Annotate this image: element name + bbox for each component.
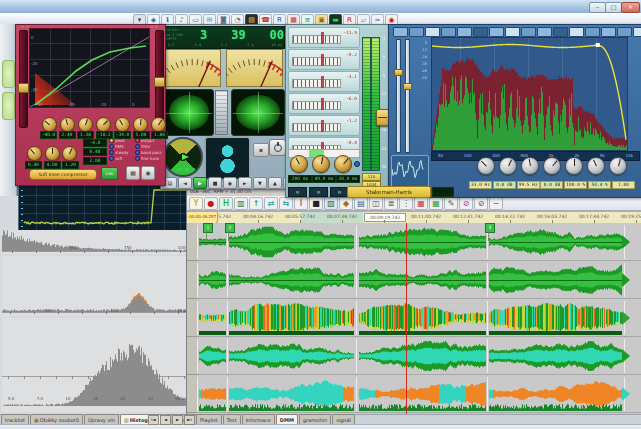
input-fader-handle[interactable] [18,83,29,93]
tab-gramofon[interactable]: gramofon [299,414,331,424]
grid-icon[interactable]: ■ [309,197,323,210]
eq-toolbar-button[interactable] [393,27,408,37]
eq-toolbar-button[interactable] [553,27,568,37]
transport-button[interactable]: ► [238,177,252,189]
option-steady[interactable]: steady [109,149,128,155]
preset-banner[interactable]: Soft knee compressor [29,169,97,180]
eq-fader-handle-1[interactable] [394,69,403,76]
tab-tracklist[interactable]: tracklist [1,414,29,424]
eq-toolbar-button[interactable] [633,27,641,37]
pencil-icon[interactable]: ✎ [444,197,458,210]
nav-button[interactable]: ◄ [160,415,171,425]
tab-signál[interactable]: signál [332,414,355,424]
mode-button-1[interactable]: 110 [362,173,381,181]
nav-button[interactable]: I◄ [148,415,159,425]
transport-button[interactable]: ▶ [193,177,207,189]
ruler-label[interactable]: 00:05:57.742 [280,214,320,219]
mini-button[interactable]: ≡ [309,187,328,197]
ruler-label[interactable]: 00:12:41.742 [448,214,488,219]
chart-icon[interactable]: ▥ [234,197,248,210]
eq-toolbar-button[interactable] [425,27,440,37]
option-band-pass[interactable]: band pass [135,149,162,155]
dots-icon[interactable]: ⋮ [399,197,413,210]
tab-dmm[interactable]: DMM [276,414,298,424]
knob[interactable] [499,157,517,175]
playhead-cursor[interactable] [406,223,407,415]
transport-button[interactable]: ■ [208,177,222,189]
swap-icon[interactable]: ⇄ [264,197,278,210]
eq-fader-handle-2[interactable] [403,83,412,90]
ruler-label[interactable]: 00:04:16.742 [238,214,278,219]
matrix-green-icon[interactable]: ▦ [429,197,443,210]
knob[interactable] [543,157,561,175]
ruler-label[interactable]: 00:11:00.742 [406,214,446,219]
mute-icon[interactable]: ⊘ [459,197,473,210]
knob[interactable] [42,117,57,132]
export-icon[interactable]: ↑ [249,197,263,210]
minimize-button[interactable]: – [589,2,606,13]
y-tool-icon[interactable]: Y [189,197,203,210]
track-1-waveform-canvas[interactable] [197,225,641,259]
tab-playlist[interactable]: Playlist [196,414,222,424]
rack-module[interactable]: -0.2 [288,49,360,70]
rack-module[interactable]: -1.2 [288,115,360,136]
nav-button[interactable]: ► [172,415,183,425]
eq-toolbar-button[interactable] [537,27,552,37]
knob[interactable] [45,146,60,161]
track-3-spectral-canvas[interactable] [197,301,641,335]
tab-obálky-souborů[interactable]: ▣Obálky souborů [30,414,83,424]
track-area[interactable]: 123 [197,223,641,415]
eq-toolbar-button[interactable] [617,27,632,37]
rack-module[interactable]: -6.0 [288,93,360,114]
marker-flag[interactable]: 3 [485,223,495,233]
solo-icon[interactable]: ⊘ [474,197,488,210]
spectrum-analyzer-canvas[interactable] [431,37,628,151]
knob[interactable] [312,155,330,173]
mini-button[interactable]: ≡ [288,187,307,197]
link-button[interactable]: Link [101,167,118,180]
minus-icon[interactable]: − [489,197,503,210]
marker-flag[interactable]: 1 [203,223,213,233]
preset-title-label[interactable]: Stakeman-Harris [347,186,431,198]
ruler-label[interactable]: 00:09:19.742 [364,213,406,222]
ruler-label[interactable]: 00:14:22.742 [490,214,530,219]
palette-item[interactable] [2,60,15,88]
tab-úpravy-vln[interactable]: Úpravy vln [84,414,119,424]
input-fader-track[interactable] [19,30,28,128]
knob[interactable] [521,157,539,175]
marker-flag[interactable]: 2 [225,223,235,233]
maximize-button[interactable]: □ [605,2,622,13]
eq-toolbar-button[interactable] [585,27,600,37]
eq-toolbar-button[interactable] [457,27,472,37]
knob[interactable] [151,117,166,132]
record-icon[interactable]: ● [204,197,218,210]
nav-button[interactable]: ►I [184,415,195,425]
tab-informace[interactable]: Informace [242,414,275,424]
track-2-waveform-canvas[interactable] [197,263,641,297]
cursor-icon[interactable]: I [294,197,308,210]
eq-toolbar-button[interactable] [489,27,504,37]
knob[interactable] [27,146,42,161]
eq-toolbar-button[interactable] [505,27,520,37]
track-5-spectral-canvas[interactable] [197,377,641,411]
eq-toolbar-button[interactable] [601,27,616,37]
panel-icon[interactable]: ◫ [369,197,383,210]
list-icon[interactable]: ▤ [354,197,368,210]
eq-fader-track-2[interactable] [405,39,410,153]
eq-toolbar-button[interactable] [473,27,488,37]
window-titlebar[interactable]: – □ × [0,0,641,14]
sync-icon[interactable]: ⇆ [279,197,293,210]
knob[interactable] [587,157,605,175]
track-header-strip[interactable] [187,223,197,415]
transport-button[interactable]: ▲ [268,177,282,189]
track-4-waveform-canvas[interactable] [197,339,641,373]
ruler-label[interactable]: 00:16:03.742 [532,214,572,219]
knob[interactable] [133,117,148,132]
knob[interactable] [334,155,352,173]
knob[interactable] [477,157,495,175]
transport-button[interactable]: ▼ [253,177,267,189]
rack-module[interactable]: -3.1 [288,71,360,92]
ruler-label[interactable]: 00:19:25.742 [616,214,641,219]
object-icon[interactable]: ◆ [339,197,353,210]
knob[interactable] [96,117,111,132]
